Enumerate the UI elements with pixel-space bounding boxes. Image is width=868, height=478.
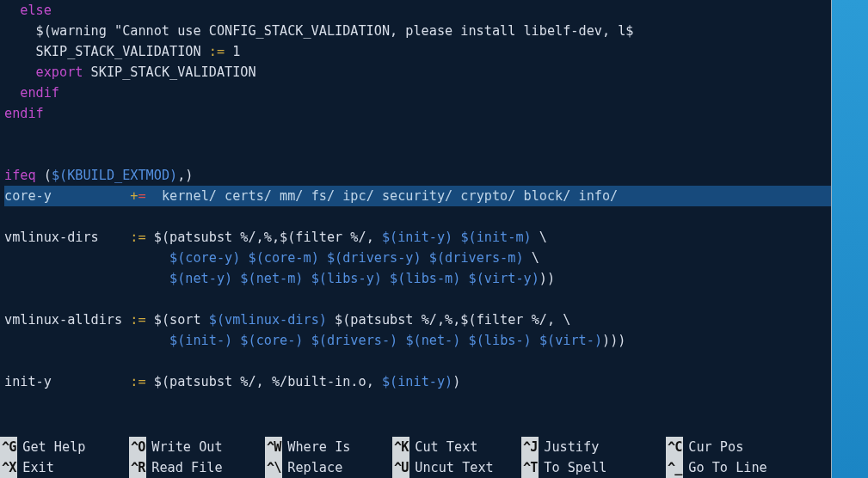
shortcut-label: Go To Line	[683, 457, 772, 478]
code-line[interactable]: vmlinux-dirs := $(patsubst %/,%,$(filter…	[0, 227, 831, 248]
shortcut-cur-pos[interactable]: ^CCur Pos	[666, 437, 803, 457]
code-line[interactable]	[0, 392, 831, 413]
code-line[interactable]: vmlinux-alldirs := $(sort $(vmlinux-dirs…	[0, 309, 831, 330]
shortcut-exit[interactable]: ^XExit	[0, 457, 129, 478]
shortcut-label: Replace	[282, 457, 348, 478]
shortcut-go-to-line[interactable]: ^_Go To Line	[666, 457, 803, 478]
shortcut-label: Write Out	[146, 437, 227, 457]
shortcut-where-is[interactable]: ^WWhere Is	[265, 437, 392, 457]
shortcut-justify[interactable]: ^JJustify	[521, 437, 666, 457]
key-hint: ^U	[392, 457, 409, 478]
code-line[interactable]: $(warning "Cannot use CONFIG_STACK_VALID…	[0, 21, 831, 41]
key-hint: ^R	[129, 457, 146, 478]
shortcut-label: Get Help	[17, 437, 90, 457]
key-hint: ^X	[0, 457, 17, 478]
key-hint: ^J	[521, 437, 539, 457]
code-line[interactable]	[0, 144, 831, 165]
code-line[interactable]: ifeq ($(KBUILD_EXTMOD),)	[0, 165, 831, 186]
shortcut-cut-text[interactable]: ^KCut Text	[392, 437, 521, 457]
shortcut-label: To Spell	[539, 457, 612, 478]
key-hint: ^K	[392, 437, 409, 457]
code-line[interactable]	[0, 351, 831, 371]
code-line[interactable]: endif	[0, 83, 831, 103]
shortcut-row-2: ^XExit ^RRead File ^\Replace ^UUncut Tex…	[0, 457, 831, 478]
code-line[interactable]	[0, 124, 831, 144]
key-hint: ^_	[666, 457, 683, 478]
code-line[interactable]: SKIP_STACK_VALIDATION := 1	[0, 41, 831, 62]
shortcut-label: Uncut Text	[409, 457, 498, 478]
shortcut-label: Read File	[146, 457, 227, 478]
code-line-highlighted[interactable]: core-y += kernel/ certs/ mm/ fs/ ipc/ se…	[0, 186, 831, 206]
key-hint: ^O	[129, 437, 146, 457]
code-line[interactable]: endif	[0, 103, 831, 124]
code-line[interactable]: $(init-) $(core-) $(drivers-) $(net-) $(…	[0, 330, 831, 351]
key-hint: ^C	[666, 437, 683, 457]
key-hint: ^\	[265, 457, 282, 478]
key-hint: ^T	[521, 457, 539, 478]
shortcut-label: Exit	[17, 457, 59, 478]
code-line[interactable]: export SKIP_STACK_VALIDATION	[0, 62, 831, 83]
shortcut-to-spell[interactable]: ^TTo Spell	[521, 457, 666, 478]
code-line[interactable]: else	[0, 0, 831, 21]
code-line[interactable]	[0, 289, 831, 309]
shortcut-replace[interactable]: ^\Replace	[265, 457, 392, 478]
code-line[interactable]: init-y := $(patsubst %/, %/built-in.o, $…	[0, 371, 831, 392]
terminal-window[interactable]: else $(warning "Cannot use CONFIG_STACK_…	[0, 0, 832, 478]
key-hint: ^G	[0, 437, 17, 457]
shortcut-label: Where Is	[282, 437, 355, 457]
key-hint: ^W	[265, 437, 282, 457]
code-line[interactable]: $(net-y) $(net-m) $(libs-y) $(libs-m) $(…	[0, 268, 831, 289]
shortcut-label: Cut Text	[409, 437, 483, 457]
shortcut-label: Cur Pos	[683, 437, 748, 457]
code-line[interactable]: $(core-y) $(core-m) $(drivers-y) $(drive…	[0, 248, 831, 268]
shortcut-write-out[interactable]: ^OWrite Out	[129, 437, 265, 457]
shortcut-get-help[interactable]: ^GGet Help	[0, 437, 129, 457]
shortcut-uncut-text[interactable]: ^UUncut Text	[392, 457, 521, 478]
shortcut-read-file[interactable]: ^RRead File	[129, 457, 265, 478]
nano-shortcut-bar: ^GGet Help ^OWrite Out ^WWhere Is ^KCut …	[0, 437, 831, 478]
shortcut-row-1: ^GGet Help ^OWrite Out ^WWhere Is ^KCut …	[0, 437, 831, 457]
code-line[interactable]	[0, 206, 831, 227]
shortcut-label: Justify	[539, 437, 604, 457]
desktop-background: else $(warning "Cannot use CONFIG_STACK_…	[0, 0, 868, 478]
